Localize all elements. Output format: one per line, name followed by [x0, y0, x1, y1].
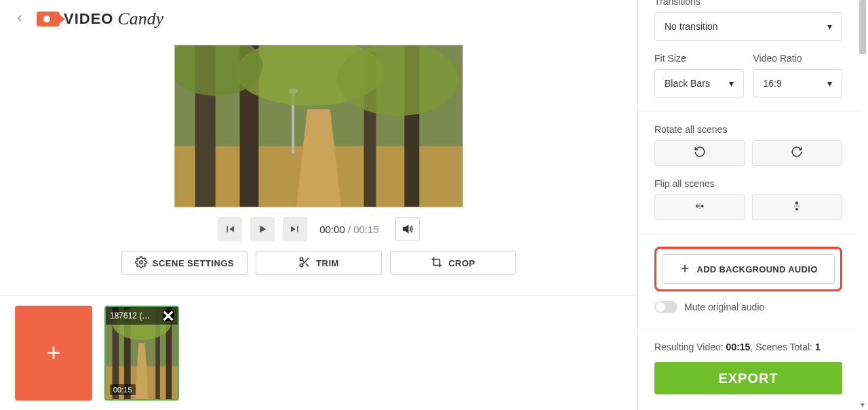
svg-point-38 [799, 205, 800, 207]
gear-icon [135, 256, 147, 270]
chevron-down-icon: ▾ [827, 21, 832, 32]
video-ratio-label: Video Ratio [753, 53, 843, 64]
chevron-down-icon: ▾ [827, 78, 832, 89]
svg-point-36 [795, 205, 796, 207]
clip-header: 187612 (… [106, 307, 178, 325]
remove-clip-button[interactable] [163, 310, 174, 321]
crop-label: CROP [448, 258, 475, 268]
logo-word-candy: Candy [117, 9, 163, 29]
svg-point-34 [701, 205, 704, 207]
svg-point-32 [699, 205, 701, 207]
fit-size-dropdown[interactable]: Black Bars ▾ [654, 69, 744, 98]
svg-point-33 [699, 207, 701, 209]
tool-row: SCENE SETTINGS TRIM CROP [121, 251, 516, 275]
clip-duration: 00:15 [110, 384, 136, 395]
scrollbar[interactable]: ▲ ▼ [859, 0, 867, 410]
settings-scroll[interactable]: Transitions No transition ▾ Fit Size Bla… [638, 0, 859, 329]
add-background-audio-button[interactable]: ADD BACKGROUND AUDIO [662, 254, 835, 284]
svg-point-16 [300, 264, 303, 267]
rotate-label: Rotate all scenes [654, 124, 842, 135]
app-header: VIDEOCandy [0, 0, 637, 38]
scene-settings-label: SCENE SETTINGS [153, 258, 234, 268]
add-clip-button[interactable]: + [15, 306, 92, 401]
export-button[interactable]: EXPORT [654, 362, 842, 394]
flip-label: Flip all scenes [654, 178, 842, 189]
result-prefix: Resulting Video: [654, 342, 726, 352]
camera-icon [37, 12, 60, 26]
current-time: 00:00 [319, 224, 345, 235]
prev-button[interactable] [218, 217, 242, 241]
add-audio-highlight: ADD BACKGROUND AUDIO [654, 247, 842, 291]
plus-icon: + [46, 339, 60, 367]
svg-point-15 [300, 258, 303, 261]
fit-size-value: Black Bars [665, 78, 710, 89]
scissors-icon [298, 256, 311, 270]
svg-point-14 [140, 260, 143, 264]
transitions-value: No transition [665, 21, 718, 32]
svg-marker-13 [403, 226, 408, 233]
result-duration: 00:15 [726, 342, 751, 352]
svg-point-35 [796, 202, 798, 204]
trim-label: TRIM [316, 258, 339, 268]
flip-horizontal-button[interactable] [654, 194, 745, 220]
add-audio-label: ADD BACKGROUND AUDIO [696, 264, 817, 274]
video-ratio-dropdown[interactable]: 16:9 ▾ [753, 69, 843, 98]
rotate-left-icon [694, 146, 706, 161]
playback-controls: 00:00 / 00:15 [218, 217, 420, 241]
rotate-right-button[interactable] [752, 140, 843, 166]
logo[interactable]: VIDEOCandy [37, 9, 163, 29]
result-summary: Resulting Video: 00:15, Scenes Total: 1 [654, 342, 842, 352]
video-ratio-value: 16:9 [764, 78, 782, 89]
rotate-right-icon [791, 146, 803, 161]
clip-thumbnail[interactable]: 187612 (… 00:15 [104, 306, 179, 401]
transitions-dropdown[interactable]: No transition ▾ [654, 12, 842, 41]
scene-settings-button[interactable]: SCENE SETTINGS [121, 251, 248, 275]
play-button[interactable] [250, 217, 275, 241]
volume-button[interactable] [395, 217, 420, 241]
mute-row: Mute original audio [654, 301, 842, 313]
fit-size-label: Fit Size [654, 53, 744, 64]
flip-horizontal-icon [694, 200, 706, 215]
scroll-thumb[interactable] [859, 0, 866, 54]
duration-time: 00:15 [353, 224, 379, 235]
transitions-label: Transitions [654, 0, 842, 7]
video-preview[interactable] [174, 45, 463, 207]
settings-panel: Transitions No transition ▾ Fit Size Bla… [637, 0, 868, 410]
scroll-down-icon[interactable]: ▼ [859, 401, 867, 409]
crop-button[interactable]: CROP [390, 251, 516, 275]
rotate-left-button[interactable] [654, 140, 745, 166]
time-sep: / [345, 224, 354, 235]
logo-word-video: VIDEO [64, 10, 113, 28]
flip-vertical-button[interactable] [752, 194, 843, 220]
timeline: + 187612 (… 00:15 [0, 295, 637, 410]
back-button[interactable] [14, 12, 27, 26]
main-area: 00:00 / 00:15 SCENE SETTINGS TRIM CROP [0, 38, 637, 295]
svg-line-19 [302, 260, 304, 262]
svg-point-37 [797, 205, 798, 207]
playback-time: 00:00 / 00:15 [319, 224, 379, 235]
trim-button[interactable]: TRIM [256, 251, 382, 275]
svg-line-18 [306, 263, 309, 266]
chevron-down-icon: ▾ [729, 78, 734, 89]
export-label: EXPORT [718, 371, 778, 386]
result-mid: , Scenes Total: [750, 342, 814, 352]
svg-marker-12 [260, 226, 266, 233]
plus-icon [679, 262, 691, 276]
result-scenes: 1 [815, 342, 821, 352]
next-button[interactable] [283, 217, 307, 241]
export-footer: Resulting Video: 00:15, Scenes Total: 1 … [638, 329, 859, 410]
svg-point-10 [337, 45, 458, 116]
svg-point-30 [696, 205, 698, 207]
svg-point-31 [699, 203, 701, 205]
crop-icon [431, 256, 443, 270]
clip-title: 187612 (… [110, 311, 150, 321]
flip-vertical-icon [791, 200, 803, 215]
svg-point-39 [795, 208, 798, 211]
mute-label: Mute original audio [684, 302, 764, 312]
mute-toggle[interactable] [654, 301, 677, 313]
